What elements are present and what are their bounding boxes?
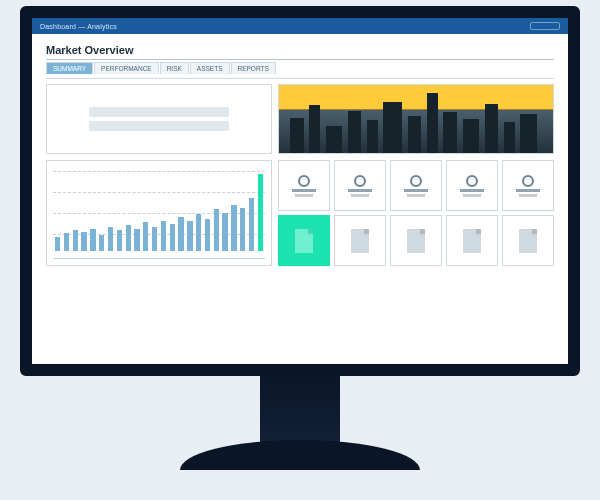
document-icon: [295, 229, 313, 253]
tab-summary[interactable]: SUMMARY: [46, 62, 93, 74]
kpi-card[interactable]: [278, 160, 330, 211]
chart-bar: [108, 227, 113, 251]
chart-bar: [196, 214, 201, 251]
chart-bar: [214, 209, 219, 251]
report-card[interactable]: [390, 215, 442, 266]
chart-bar: [90, 229, 95, 251]
app-brand: Dashboard — Analytics: [40, 23, 117, 30]
page-content: Market Overview SUMMARYPERFORMANCERISKAS…: [32, 34, 568, 280]
chart-bar: [117, 230, 122, 251]
chart-bar: [178, 217, 183, 251]
screen: Dashboard — Analytics Market Overview SU…: [32, 18, 568, 364]
chart-bar: [126, 225, 131, 251]
hero-image: [278, 84, 554, 154]
monitor-base: [180, 440, 420, 470]
gauge-icon: [466, 175, 478, 187]
monitor-neck: [260, 376, 340, 446]
card-grid: [278, 160, 554, 266]
chart-bar: [240, 208, 245, 251]
gauge-icon: [354, 175, 366, 187]
tab-performance[interactable]: PERFORMANCE: [94, 62, 159, 74]
kpi-line1: [404, 189, 428, 192]
monitor-frame: Dashboard — Analytics Market Overview SU…: [20, 6, 580, 376]
page-title: Market Overview: [46, 44, 554, 60]
gauge-icon: [410, 175, 422, 187]
gauge-icon: [298, 175, 310, 187]
kpi-card[interactable]: [390, 160, 442, 211]
kpi-line2: [463, 194, 481, 197]
chart-bar: [134, 229, 139, 251]
kpi-line1: [348, 189, 372, 192]
divider: [46, 78, 554, 79]
chart-bar: [258, 174, 263, 251]
chart-bar: [81, 232, 86, 251]
kpi-card[interactable]: [446, 160, 498, 211]
chart-bar: [99, 235, 104, 251]
filter-panel[interactable]: [46, 84, 272, 154]
report-card[interactable]: [502, 215, 554, 266]
tab-assets[interactable]: ASSETS: [190, 62, 230, 74]
chart-bar: [64, 233, 69, 251]
kpi-line1: [460, 189, 484, 192]
account-button[interactable]: [530, 22, 560, 30]
tab-risk[interactable]: RISK: [160, 62, 189, 74]
chart-bar: [55, 237, 60, 251]
report-card[interactable]: [278, 215, 330, 266]
chart-bar: [170, 224, 175, 251]
document-icon: [407, 229, 425, 253]
kpi-line1: [292, 189, 316, 192]
document-icon: [463, 229, 481, 253]
chart-bar: [222, 213, 227, 251]
kpi-card[interactable]: [502, 160, 554, 211]
gauge-icon: [522, 175, 534, 187]
tab-reports[interactable]: REPORTS: [231, 62, 276, 74]
kpi-line2: [295, 194, 313, 197]
chart-bar: [152, 227, 157, 251]
kpi-line2: [519, 194, 537, 197]
kpi-line2: [351, 194, 369, 197]
filter-control-2[interactable]: [89, 121, 229, 131]
kpi-line1: [516, 189, 540, 192]
chart-bar: [187, 221, 192, 251]
app-topbar: Dashboard — Analytics: [32, 18, 568, 34]
kpi-card[interactable]: [334, 160, 386, 211]
kpi-line2: [407, 194, 425, 197]
chart-bar: [231, 205, 236, 251]
document-icon: [519, 229, 537, 253]
chart-bar: [205, 219, 210, 251]
document-icon: [351, 229, 369, 253]
chart-bar: [161, 221, 166, 251]
report-card[interactable]: [446, 215, 498, 266]
tab-row: SUMMARYPERFORMANCERISKASSETSREPORTS: [46, 62, 554, 74]
bar-chart: [46, 160, 272, 266]
chart-bar: [143, 222, 148, 251]
chart-bar: [73, 230, 78, 251]
report-card[interactable]: [334, 215, 386, 266]
filter-control-1[interactable]: [89, 107, 229, 117]
chart-bar: [249, 198, 254, 251]
